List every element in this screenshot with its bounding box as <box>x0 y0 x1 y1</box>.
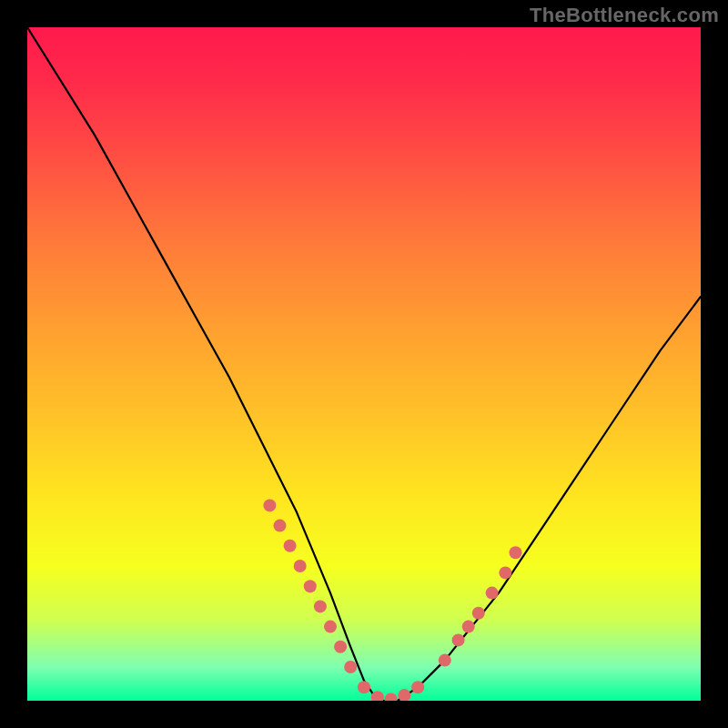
marker-dot <box>304 580 317 592</box>
marker-dot <box>398 689 410 701</box>
marker-dot <box>510 546 522 559</box>
marker-dot <box>462 621 475 633</box>
marker-dot <box>334 641 347 653</box>
bottleneck-curve <box>27 27 701 701</box>
marker-dot <box>324 621 337 633</box>
marker-dot <box>344 661 357 673</box>
marker-dot <box>358 681 370 693</box>
marker-dot <box>263 499 276 511</box>
watermark-text: TheBottleneck.com <box>530 4 719 27</box>
marker-dot <box>411 681 424 693</box>
marker-dot <box>274 520 287 532</box>
marker-dot <box>486 587 499 600</box>
chart-stage: TheBottleneck.com <box>0 0 728 728</box>
marker-dot <box>452 633 465 646</box>
curve-svg <box>27 27 701 701</box>
marker-dot <box>439 654 451 667</box>
marker-dot <box>385 693 398 701</box>
marker-dot <box>499 566 511 579</box>
plot-area <box>27 27 701 701</box>
highlight-markers <box>263 499 521 701</box>
marker-dot <box>294 560 307 572</box>
marker-dot <box>284 540 297 552</box>
marker-dot <box>472 607 485 620</box>
marker-dot <box>314 600 327 612</box>
